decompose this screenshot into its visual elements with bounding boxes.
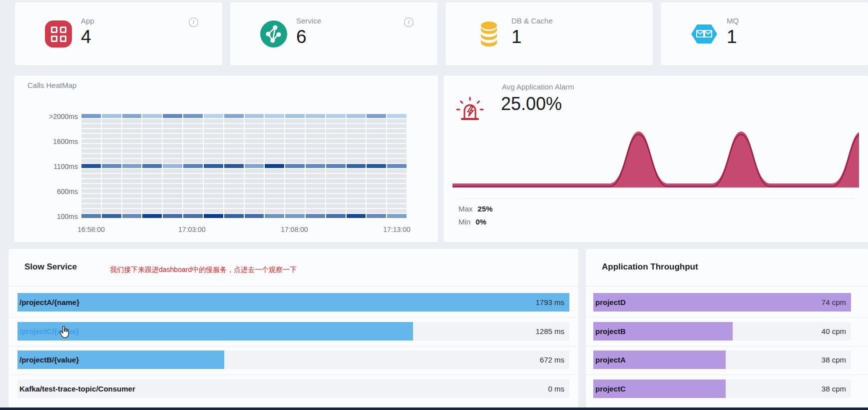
divider — [8, 286, 578, 286]
heatmap-cell — [285, 149, 305, 153]
heatmap-cell — [224, 139, 244, 143]
heatmap-cell — [122, 184, 142, 188]
slow-service-row[interactable]: /projectC/{value}1285 ms — [17, 322, 569, 340]
heatmap-cell — [347, 129, 366, 133]
stat-card-label: App — [81, 16, 94, 25]
heatmap-cell — [81, 169, 101, 173]
heatmap-cell — [163, 194, 182, 198]
heatmap-cell — [183, 194, 203, 198]
heatmap-cell — [285, 144, 305, 148]
heatmap-cell — [387, 179, 407, 183]
heatmap-cell — [306, 174, 325, 178]
stat-card-value: 1 — [727, 26, 737, 48]
heatmap-cell — [387, 204, 407, 208]
heatmap-cell — [265, 129, 284, 133]
heatmap-cell — [387, 159, 407, 163]
heatmap-cell — [265, 169, 284, 173]
heatmap-cell — [367, 114, 386, 118]
throughput-row[interactable]: projectB40 cpm — [593, 322, 851, 340]
heatmap-cell — [122, 129, 142, 133]
heatmap-cell — [285, 194, 305, 198]
heatmap-cell — [285, 159, 305, 163]
heatmap-cell — [102, 199, 121, 203]
heatmap-cell — [81, 149, 101, 153]
heatmap-cell — [285, 139, 305, 143]
heatmap-cell — [102, 129, 121, 133]
heatmap-cell — [265, 114, 284, 118]
alarm-max-row: Max25% — [458, 204, 492, 213]
heatmap-cell — [122, 134, 142, 138]
heatmap-cell — [122, 114, 142, 118]
bar-value: 40 cpm — [822, 322, 846, 340]
heatmap-cell — [183, 134, 203, 138]
heatmap-cell — [347, 199, 366, 203]
heatmap-cell — [265, 144, 284, 148]
heatmap-cell — [285, 119, 305, 123]
heatmap-cell — [183, 169, 203, 173]
heatmap-cell — [81, 199, 101, 203]
alarm-min-row: Min0% — [458, 218, 486, 226]
throughput-row[interactable]: projectA38 cpm — [593, 350, 851, 369]
heatmap-cell — [265, 214, 284, 218]
heatmap-cell — [163, 189, 182, 193]
heatmap-cell — [204, 204, 223, 208]
bar-label: projectA — [595, 350, 626, 369]
heatmap-cell — [326, 199, 346, 203]
heatmap-cell — [387, 174, 407, 178]
throughput-row[interactable]: projectC38 cpm — [593, 380, 851, 398]
divider — [8, 346, 578, 346]
heatmap-cell — [326, 169, 346, 173]
heatmap-y-tick: 100ms — [24, 212, 78, 220]
heatmap-cell — [224, 194, 244, 198]
heatmap-cell — [306, 184, 325, 188]
heatmap-cell — [142, 154, 162, 158]
heatmap-cell — [122, 159, 142, 163]
heatmap-cell — [204, 194, 223, 198]
heatmap-cell — [81, 124, 101, 128]
slow-service-row[interactable]: Kafka/test-trace-topic/Consumer0 ms — [17, 380, 569, 398]
info-icon[interactable]: i — [189, 18, 198, 27]
throughput-row[interactable]: projectD74 cpm — [593, 293, 851, 312]
alarm-trend-area-chart — [452, 130, 859, 190]
heatmap-cell — [81, 184, 101, 188]
heatmap-cell — [245, 114, 264, 118]
heatmap-cell — [306, 144, 325, 148]
heatmap-cell — [102, 139, 121, 143]
heatmap-cell — [224, 199, 244, 203]
heatmap-cell — [265, 164, 284, 168]
heatmap-cell — [306, 164, 325, 168]
heatmap-cell — [245, 184, 264, 188]
heatmap-cell — [183, 114, 203, 118]
heatmap-cell — [326, 174, 346, 178]
heatmap-cell — [367, 209, 386, 213]
slow-service-row[interactable]: /projectB/{value}672 ms — [17, 350, 569, 369]
heatmap-cell — [102, 124, 121, 128]
heatmap-cell — [347, 174, 366, 178]
heatmap-cell — [265, 174, 284, 178]
heatmap-cell — [81, 139, 101, 143]
heatmap-cell — [204, 149, 223, 153]
min-label: Min — [458, 218, 470, 226]
heatmap-cell — [347, 189, 366, 193]
heatmap-cell — [204, 179, 223, 183]
heatmap-cell — [387, 114, 407, 118]
heatmap-cell — [326, 159, 346, 163]
heatmap-cell — [183, 189, 203, 193]
heatmap-x-tick: 17:03:00 — [178, 226, 206, 234]
stat-card-service: Service6i — [230, 2, 437, 66]
heatmap-cell — [163, 119, 182, 123]
heatmap-cell — [347, 124, 366, 128]
heatmap-cell — [326, 149, 346, 153]
heatmap-cell — [347, 194, 366, 198]
heatmap-cell — [347, 169, 366, 173]
heatmap-cell — [245, 189, 264, 193]
heatmap-cell — [285, 134, 305, 138]
heatmap-cell — [306, 199, 325, 203]
bar-value: 1285 ms — [535, 322, 564, 340]
heatmap-cell — [142, 134, 162, 138]
info-icon[interactable]: i — [404, 18, 414, 27]
heatmap-cell — [122, 189, 142, 193]
heatmap-cell — [387, 209, 407, 213]
slow-service-row[interactable]: /projectA/{name}1793 ms — [17, 293, 569, 312]
heatmap-cell — [306, 139, 325, 143]
